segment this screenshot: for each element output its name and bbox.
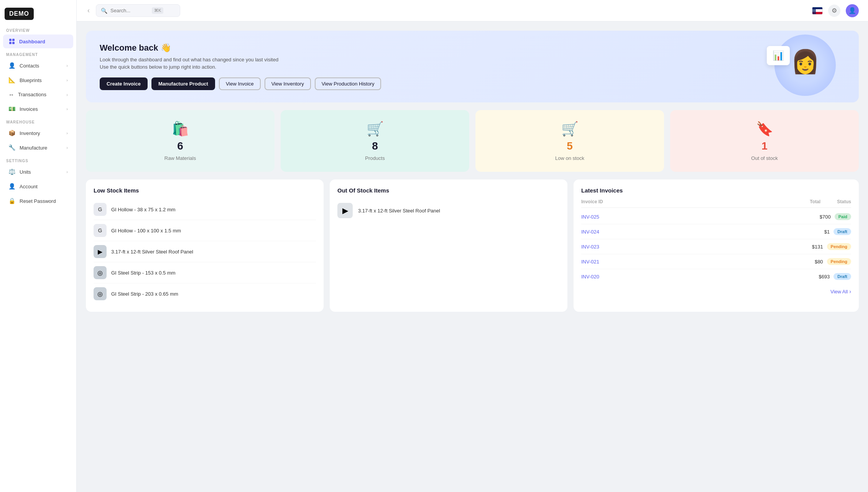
topbar: ‹ 🔍 ⌘K ⚙ 👤: [77, 0, 868, 21]
invoice-id-link[interactable]: INV-025: [581, 214, 808, 220]
bottom-row: Low Stock Items G GI Hollow - 38 x 75 x …: [86, 179, 859, 312]
out-stock-list: ▶ 3.17-ft x 12-ft Silver Steel Roof Pane…: [337, 199, 560, 222]
invoice-id-link[interactable]: INV-023: [581, 244, 800, 250]
inventory-icon: 📦: [8, 130, 16, 137]
raw-materials-label: Raw Materials: [164, 155, 196, 161]
invoice-status-header: Status: [824, 199, 851, 204]
sidebar-item-blueprints[interactable]: 📐 Blueprints ›: [3, 73, 73, 87]
item-name: GI Steel Strip - 153 x 0.5 mm: [111, 270, 176, 276]
item-avatar: ◎: [94, 266, 107, 279]
out-stock-count: 1: [761, 140, 768, 152]
invoice-id-header: Invoice ID: [581, 199, 797, 204]
list-item: ◎ GI Steel Strip - 153 x 0.5 mm: [94, 262, 316, 283]
invoice-id-link[interactable]: INV-024: [581, 229, 807, 235]
view-all-invoices[interactable]: View All ›: [581, 288, 851, 295]
create-invoice-button[interactable]: Create Invoice: [100, 77, 148, 90]
stat-card-low-stock: 🛒 5 Low on stock: [475, 110, 664, 172]
out-stock-label: Out of stock: [751, 155, 778, 161]
invoice-row: INV-025 $700 Paid: [581, 209, 851, 224]
invoice-total: $80: [804, 259, 823, 265]
welcome-subtitle: Look through the dashboard and find out …: [100, 57, 845, 63]
sidebar-item-contacts[interactable]: 👤 Contacts ›: [3, 59, 73, 72]
sidebar-item-reset-password[interactable]: 🔒 Reset Password: [3, 194, 73, 208]
sidebar-item-units[interactable]: ⚖️ Units ›: [3, 165, 73, 179]
invoices-card-title: Latest Invoices: [581, 187, 851, 194]
low-stock-icon: 🛒: [561, 121, 579, 137]
out-of-stock-card: Out Of Stock Items ▶ 3.17-ft x 12-ft Sil…: [330, 179, 567, 312]
search-bar[interactable]: 🔍 ⌘K: [96, 4, 180, 17]
invoice-id-link[interactable]: INV-020: [581, 274, 807, 280]
products-label: Products: [365, 155, 385, 161]
item-name: GI Hollow - 100 x 100 x 1.5 mm: [111, 228, 181, 234]
raw-materials-count: 6: [177, 140, 183, 152]
sidebar-item-transactions[interactable]: ↔️ Transactions ›: [3, 88, 73, 101]
list-item: G GI Hollow - 38 x 75 x 1.2 mm: [94, 199, 316, 220]
chevron-right-icon: ›: [66, 78, 68, 82]
svg-rect-2: [9, 42, 12, 44]
blueprints-icon: 📐: [8, 77, 16, 84]
avatar[interactable]: 👤: [846, 4, 859, 17]
low-stock-list: G GI Hollow - 38 x 75 x 1.2 mm G GI Holl…: [94, 199, 316, 304]
out-stock-item-name: 3.17-ft x 12-ft Silver Steel Roof Panel: [358, 208, 440, 214]
low-stock-count: 5: [567, 140, 573, 152]
invoice-id-link[interactable]: INV-021: [581, 259, 800, 265]
item-avatar: ▶: [94, 245, 107, 258]
sidebar-item-dashboard[interactable]: Dashboard: [3, 35, 73, 48]
status-badge: Paid: [835, 213, 851, 220]
view-all-label: View All: [830, 289, 848, 295]
manufacture-icon: 🔧: [8, 144, 16, 151]
view-invoice-button[interactable]: View Invoice: [219, 77, 261, 90]
low-stock-label: Low on stock: [555, 155, 584, 161]
sidebar-item-manufacture[interactable]: 🔧 Manufacture ›: [3, 141, 73, 155]
stat-card-raw-materials: 🛍️ 6 Raw Materials: [86, 110, 275, 172]
low-stock-card: Low Stock Items G GI Hollow - 38 x 75 x …: [86, 179, 324, 312]
invoice-total: $1: [810, 229, 830, 235]
stat-card-products: 🛒 8 Products: [281, 110, 469, 172]
sidebar-item-reset-label: Reset Password: [20, 198, 56, 204]
view-production-button[interactable]: View Production History: [315, 77, 381, 90]
sidebar-item-blueprints-label: Blueprints: [20, 77, 42, 83]
list-item: ▶ 3.17-ft x 12-ft Silver Steel Roof Pane…: [94, 241, 316, 262]
item-avatar: ◎: [94, 287, 107, 300]
stats-row: 🛍️ 6 Raw Materials 🛒 8 Products 🛒 5 Low …: [86, 110, 859, 172]
sidebar-item-invoices[interactable]: 💵 Invoices ›: [3, 102, 73, 116]
chevron-right-icon: ›: [66, 131, 68, 135]
sidebar-item-account-label: Account: [20, 184, 38, 189]
sidebar-collapse-button[interactable]: ‹: [86, 5, 91, 16]
account-icon: 👤: [8, 183, 16, 190]
raw-materials-icon: 🛍️: [172, 121, 189, 137]
sidebar-item-inventory[interactable]: 📦 Inventory ›: [3, 126, 73, 140]
view-inventory-button[interactable]: View Inventory: [265, 77, 311, 90]
sidebar-item-units-label: Units: [20, 169, 31, 175]
status-badge: Draft: [833, 273, 851, 280]
invoice-total-header: Total: [801, 199, 820, 204]
invoice-row: INV-024 $1 Draft: [581, 224, 851, 239]
status-badge: Pending: [827, 243, 851, 250]
sidebar-item-manufacture-label: Manufacture: [20, 145, 47, 151]
item-name: GI Hollow - 38 x 75 x 1.2 mm: [111, 207, 176, 212]
sidebar-item-invoices-label: Invoices: [20, 106, 38, 112]
keyboard-shortcut-badge: ⌘K: [152, 7, 163, 14]
invoices-icon: 💵: [8, 105, 16, 112]
chevron-right-icon: ›: [66, 63, 68, 68]
stat-card-out-of-stock: 🔖 1 Out of stock: [670, 110, 859, 172]
settings-button[interactable]: ⚙: [828, 5, 840, 17]
language-flag[interactable]: [812, 7, 823, 15]
chevron-right-icon: ›: [66, 92, 68, 97]
transactions-icon: ↔️: [8, 91, 14, 98]
sidebar-item-contacts-label: Contacts: [20, 63, 39, 69]
products-icon: 🛒: [367, 121, 384, 137]
item-avatar: G: [94, 224, 107, 237]
welcome-hint: Use the quick buttons below to jump righ…: [100, 64, 845, 70]
section-label-management: MANAGEMENT: [0, 49, 76, 58]
contacts-icon: 👤: [8, 62, 16, 69]
status-badge: Draft: [833, 228, 851, 235]
sidebar-item-account[interactable]: 👤 Account: [3, 179, 73, 193]
search-input[interactable]: [110, 8, 149, 13]
sidebar-item-inventory-label: Inventory: [20, 130, 40, 136]
manufacture-product-button[interactable]: Manufacture Product: [151, 77, 215, 90]
out-stock-icon: 🔖: [756, 121, 773, 137]
item-name: GI Steel Strip - 203 x 0.65 mm: [111, 291, 178, 297]
invoice-total: $693: [810, 274, 830, 280]
section-label-warehouse: WAREHOUSE: [0, 116, 76, 126]
